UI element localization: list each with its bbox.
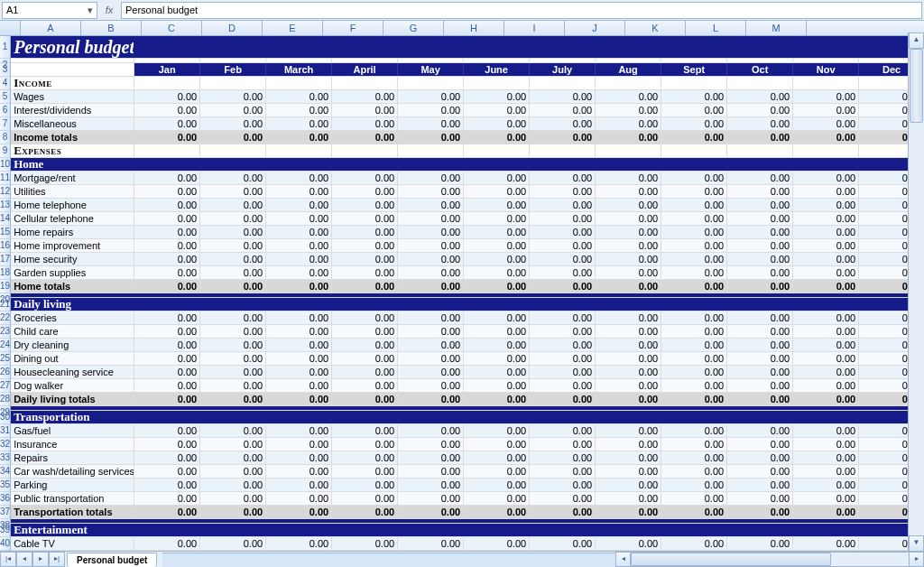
cell[interactable]: 0.00	[266, 366, 332, 378]
cell[interactable]: 0.00	[134, 239, 200, 252]
cell[interactable]: 0.00	[398, 479, 464, 491]
cell[interactable]: 0.00	[596, 506, 661, 518]
cell[interactable]	[718, 406, 783, 410]
cell[interactable]: 0.00	[793, 506, 859, 518]
cell[interactable]	[783, 36, 848, 58]
cell[interactable]: 0.00	[530, 479, 596, 491]
cell[interactable]: 0.00	[200, 438, 266, 451]
cell[interactable]	[596, 524, 661, 536]
table-row[interactable]: Garden supplies0.000.000.000.000.000.000…	[11, 266, 924, 280]
cell[interactable]: 0.00	[464, 131, 530, 144]
cell[interactable]: 0.00	[661, 199, 727, 211]
cell[interactable]: 0.00	[596, 239, 661, 252]
cell[interactable]	[464, 524, 530, 536]
cell[interactable]: 0.00	[596, 424, 661, 437]
cell[interactable]: 0.00	[200, 465, 266, 478]
cell[interactable]: 0.00	[793, 185, 859, 198]
cell[interactable]: 0.00	[200, 379, 266, 392]
cell[interactable]: 0.00	[266, 438, 332, 451]
table-row[interactable]: Expenses	[11, 144, 924, 158]
row-header[interactable]: 11	[0, 172, 10, 185]
cell[interactable]: 0.00	[464, 325, 530, 338]
cell[interactable]	[588, 36, 653, 58]
row-header[interactable]: 13	[0, 199, 10, 212]
cell[interactable]: 0.00	[332, 311, 398, 324]
col-K[interactable]: K	[625, 21, 686, 35]
cell[interactable]: 0.00	[661, 311, 727, 324]
cell[interactable]: 0.00	[596, 537, 661, 550]
cell[interactable]	[848, 519, 913, 523]
cell[interactable]	[266, 144, 332, 157]
cell[interactable]	[530, 77, 596, 89]
cell[interactable]: 0.00	[793, 104, 859, 116]
cell[interactable]	[199, 406, 263, 410]
table-row[interactable]: Home repairs0.000.000.000.000.000.000.00…	[11, 226, 924, 239]
cell[interactable]	[199, 36, 263, 58]
cell[interactable]: 0.00	[596, 172, 661, 184]
row-header[interactable]: 35	[0, 479, 10, 492]
cell[interactable]: 0.00	[727, 185, 793, 198]
cell[interactable]: 0.00	[596, 393, 661, 405]
cell[interactable]: 0.00	[134, 366, 200, 378]
cell[interactable]	[523, 293, 588, 297]
cell[interactable]: 0.00	[398, 104, 464, 116]
cell[interactable]: 0.00	[134, 325, 200, 338]
cell[interactable]: 0.00	[266, 537, 332, 550]
cell[interactable]: 0.00	[464, 537, 530, 550]
row-header[interactable]: 34	[0, 465, 10, 479]
cell[interactable]: 0.00	[661, 506, 727, 518]
cell[interactable]	[530, 411, 596, 423]
cell[interactable]: 0.00	[727, 379, 793, 392]
row-header[interactable]: 21	[0, 298, 10, 311]
cell[interactable]	[134, 298, 200, 311]
table-row[interactable]: Interest/dividends0.000.000.000.000.000.…	[11, 104, 924, 117]
cell[interactable]: 0.00	[530, 424, 596, 437]
cell[interactable]	[653, 36, 718, 58]
cell[interactable]	[332, 158, 398, 171]
cell[interactable]: 0.00	[596, 185, 661, 198]
cell[interactable]	[266, 411, 332, 423]
table-row[interactable]: Gas/fuel0.000.000.000.000.000.000.000.00…	[11, 424, 924, 438]
table-row[interactable]: Miscellaneous0.000.000.000.000.000.000.0…	[11, 117, 924, 131]
cell[interactable]	[266, 298, 332, 311]
cell[interactable]	[200, 158, 266, 171]
cell[interactable]: 0.00	[398, 239, 464, 252]
cell[interactable]: 0.00	[727, 226, 793, 238]
cell[interactable]	[464, 59, 530, 62]
cell[interactable]	[523, 406, 588, 410]
cell[interactable]: 0.00	[332, 339, 398, 351]
cell[interactable]	[718, 293, 783, 297]
col-A[interactable]: A	[21, 21, 81, 35]
cell[interactable]: 0.00	[596, 438, 661, 451]
cell[interactable]	[530, 524, 596, 536]
row-header[interactable]: 40	[0, 537, 10, 551]
cell[interactable]	[134, 406, 199, 410]
cell[interactable]	[596, 77, 661, 89]
cell[interactable]: 0.00	[793, 465, 859, 478]
cell[interactable]: 0.00	[266, 393, 332, 405]
cell[interactable]: 0.00	[398, 451, 464, 464]
cell[interactable]: 0.00	[530, 131, 596, 144]
cell[interactable]	[332, 298, 398, 311]
cell[interactable]: 0.00	[661, 131, 727, 144]
row-header[interactable]: 8	[0, 131, 10, 144]
cell[interactable]: 0.00	[200, 339, 266, 351]
cell[interactable]: 0.00	[530, 90, 596, 103]
cell[interactable]: 0.00	[398, 352, 464, 365]
cell[interactable]: 0.00	[332, 90, 398, 103]
cell[interactable]	[398, 59, 464, 62]
cell[interactable]: 0.00	[332, 280, 398, 293]
cell[interactable]: 0.00	[332, 379, 398, 392]
cell[interactable]: 0.00	[332, 131, 398, 144]
cell[interactable]: 0.00	[134, 266, 200, 279]
cell[interactable]: 0.00	[266, 311, 332, 324]
table-row[interactable]: Home improvement0.000.000.000.000.000.00…	[11, 239, 924, 253]
cell[interactable]: 0.00	[398, 366, 464, 378]
cell[interactable]: 0.00	[398, 506, 464, 518]
cell[interactable]: 0.00	[464, 253, 530, 265]
cell[interactable]: 0.00	[596, 451, 661, 464]
cell[interactable]: 0.00	[727, 339, 793, 351]
row-header[interactable]: 18	[0, 266, 10, 280]
cell[interactable]: 0.00	[464, 492, 530, 505]
cell[interactable]: 0.00	[727, 90, 793, 103]
